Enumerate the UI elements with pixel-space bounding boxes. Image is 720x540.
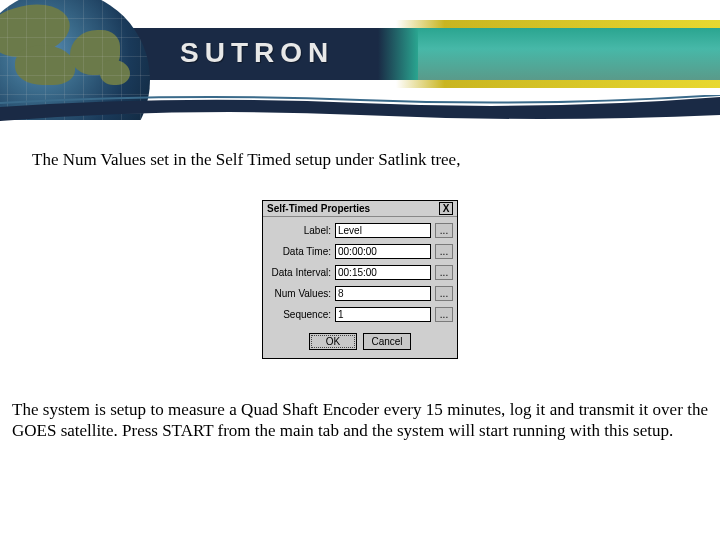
data-time-label: Data Time:: [267, 246, 335, 257]
self-timed-properties-dialog: Self-Timed Properties X Label: Level ...…: [262, 200, 458, 359]
row-data-time: Data Time: 00:00:00 ...: [267, 243, 453, 260]
sequence-input[interactable]: 1: [335, 307, 431, 322]
num-values-input[interactable]: 8: [335, 286, 431, 301]
sequence-browse-button[interactable]: ...: [435, 307, 453, 322]
brand-logo: SUTRON: [180, 37, 334, 69]
row-sequence: Sequence: 1 ...: [267, 306, 453, 323]
description-paragraph: The system is setup to measure a Quad Sh…: [12, 399, 708, 442]
close-icon: X: [443, 204, 450, 214]
num-values-label: Num Values:: [267, 288, 335, 299]
dialog-title-text: Self-Timed Properties: [267, 203, 370, 214]
row-num-values: Num Values: 8 ...: [267, 285, 453, 302]
data-time-input[interactable]: 00:00:00: [335, 244, 431, 259]
label-browse-button[interactable]: ...: [435, 223, 453, 238]
cancel-button[interactable]: Cancel: [363, 333, 411, 350]
ok-button[interactable]: OK: [309, 333, 357, 350]
header-swoosh: [0, 95, 720, 125]
data-time-browse-button[interactable]: ...: [435, 244, 453, 259]
sequence-label: Sequence:: [267, 309, 335, 320]
data-interval-label: Data Interval:: [267, 267, 335, 278]
data-interval-browse-button[interactable]: ...: [435, 265, 453, 280]
page-header: SUTRON: [0, 0, 720, 120]
data-interval-input[interactable]: 00:15:00: [335, 265, 431, 280]
intro-text: The Num Values set in the Self Timed set…: [32, 150, 708, 170]
dialog-body: Label: Level ... Data Time: 00:00:00 ...…: [263, 217, 457, 358]
row-data-interval: Data Interval: 00:15:00 ...: [267, 264, 453, 281]
dialog-button-row: OK Cancel: [267, 327, 453, 354]
label-label: Label:: [267, 225, 335, 236]
content-area: The Num Values set in the Self Timed set…: [12, 150, 708, 442]
num-values-browse-button[interactable]: ...: [435, 286, 453, 301]
close-button[interactable]: X: [439, 202, 453, 215]
row-label: Label: Level ...: [267, 222, 453, 239]
dialog-titlebar: Self-Timed Properties X: [263, 201, 457, 217]
label-input[interactable]: Level: [335, 223, 431, 238]
